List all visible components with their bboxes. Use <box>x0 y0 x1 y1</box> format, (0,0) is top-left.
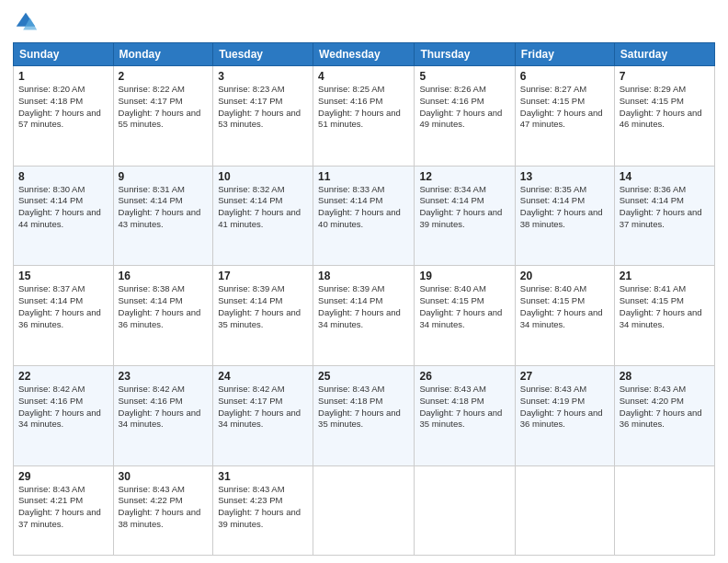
day-number: 30 <box>119 470 209 483</box>
weekday-header-saturday: Saturday <box>614 43 714 66</box>
day-number: 1 <box>18 70 108 83</box>
calendar-cell: 18Sunrise: 8:39 AMSunset: 4:14 PMDayligh… <box>313 266 415 366</box>
calendar-cell: 13Sunrise: 8:35 AMSunset: 4:14 PMDayligh… <box>515 166 614 266</box>
calendar-cell <box>614 465 714 555</box>
day-number: 19 <box>419 270 509 282</box>
calendar-page: SundayMondayTuesdayWednesdayThursdayFrid… <box>0 0 728 563</box>
calendar-cell: 19Sunrise: 8:40 AMSunset: 4:15 PMDayligh… <box>415 266 515 366</box>
day-detail: Sunrise: 8:29 AMSunset: 4:15 PMDaylight:… <box>620 84 710 131</box>
calendar-cell: 12Sunrise: 8:34 AMSunset: 4:14 PMDayligh… <box>415 166 515 266</box>
header <box>13 9 715 35</box>
day-number: 21 <box>620 270 710 282</box>
day-detail: Sunrise: 8:27 AMSunset: 4:15 PMDaylight:… <box>520 84 609 131</box>
weekday-header-friday: Friday <box>515 43 614 66</box>
calendar-cell: 16Sunrise: 8:38 AMSunset: 4:14 PMDayligh… <box>113 266 213 366</box>
weekday-header-sunday: Sunday <box>14 43 114 66</box>
logo-icon <box>13 9 39 35</box>
calendar-cell: 5Sunrise: 8:26 AMSunset: 4:16 PMDaylight… <box>415 66 515 167</box>
day-detail: Sunrise: 8:25 AMSunset: 4:16 PMDaylight:… <box>318 84 409 131</box>
day-number: 4 <box>318 70 409 83</box>
calendar-cell: 23Sunrise: 8:42 AMSunset: 4:16 PMDayligh… <box>113 365 213 465</box>
day-number: 31 <box>218 470 308 483</box>
day-detail: Sunrise: 8:36 AMSunset: 4:14 PMDaylight:… <box>620 184 710 231</box>
day-number: 22 <box>18 370 108 383</box>
calendar-cell: 28Sunrise: 8:43 AMSunset: 4:20 PMDayligh… <box>614 365 714 465</box>
day-number: 29 <box>18 470 108 483</box>
logo <box>13 9 42 35</box>
weekday-header-monday: Monday <box>113 43 213 66</box>
calendar-cell: 1Sunrise: 8:20 AMSunset: 4:18 PMDaylight… <box>14 66 114 167</box>
day-detail: Sunrise: 8:33 AMSunset: 4:14 PMDaylight:… <box>318 184 409 231</box>
day-detail: Sunrise: 8:40 AMSunset: 4:15 PMDaylight:… <box>520 283 609 330</box>
week-row-1: 1Sunrise: 8:20 AMSunset: 4:18 PMDaylight… <box>14 66 715 167</box>
calendar-cell: 6Sunrise: 8:27 AMSunset: 4:15 PMDaylight… <box>515 66 614 167</box>
day-detail: Sunrise: 8:30 AMSunset: 4:14 PMDaylight:… <box>18 184 108 231</box>
day-detail: Sunrise: 8:42 AMSunset: 4:16 PMDaylight:… <box>119 384 209 431</box>
calendar-cell: 7Sunrise: 8:29 AMSunset: 4:15 PMDaylight… <box>614 66 714 167</box>
week-row-2: 8Sunrise: 8:30 AMSunset: 4:14 PMDaylight… <box>14 166 715 266</box>
day-number: 11 <box>318 170 409 183</box>
day-detail: Sunrise: 8:37 AMSunset: 4:14 PMDaylight:… <box>18 283 108 330</box>
calendar-cell: 9Sunrise: 8:31 AMSunset: 4:14 PMDaylight… <box>113 166 213 266</box>
calendar-cell <box>313 465 415 555</box>
day-detail: Sunrise: 8:42 AMSunset: 4:17 PMDaylight:… <box>218 384 308 431</box>
calendar-cell: 29Sunrise: 8:43 AMSunset: 4:21 PMDayligh… <box>14 465 114 555</box>
calendar-cell <box>515 465 614 555</box>
day-detail: Sunrise: 8:20 AMSunset: 4:18 PMDaylight:… <box>18 84 108 131</box>
day-detail: Sunrise: 8:40 AMSunset: 4:15 PMDaylight:… <box>419 283 509 330</box>
calendar-cell: 10Sunrise: 8:32 AMSunset: 4:14 PMDayligh… <box>213 166 313 266</box>
calendar-cell: 15Sunrise: 8:37 AMSunset: 4:14 PMDayligh… <box>14 266 114 366</box>
calendar-body: 1Sunrise: 8:20 AMSunset: 4:18 PMDaylight… <box>14 66 715 556</box>
calendar-cell: 4Sunrise: 8:25 AMSunset: 4:16 PMDaylight… <box>313 66 415 167</box>
day-detail: Sunrise: 8:38 AMSunset: 4:14 PMDaylight:… <box>119 283 209 330</box>
day-number: 3 <box>218 70 308 83</box>
day-detail: Sunrise: 8:39 AMSunset: 4:14 PMDaylight:… <box>318 283 409 330</box>
day-detail: Sunrise: 8:43 AMSunset: 4:21 PMDaylight:… <box>18 484 108 531</box>
day-number: 28 <box>620 370 710 383</box>
day-number: 17 <box>218 270 308 282</box>
weekday-header-row: SundayMondayTuesdayWednesdayThursdayFrid… <box>14 43 715 66</box>
calendar-cell: 20Sunrise: 8:40 AMSunset: 4:15 PMDayligh… <box>515 266 614 366</box>
calendar-cell: 11Sunrise: 8:33 AMSunset: 4:14 PMDayligh… <box>313 166 415 266</box>
calendar-cell: 14Sunrise: 8:36 AMSunset: 4:14 PMDayligh… <box>614 166 714 266</box>
day-detail: Sunrise: 8:42 AMSunset: 4:16 PMDaylight:… <box>18 384 108 431</box>
day-number: 24 <box>218 370 308 383</box>
day-detail: Sunrise: 8:43 AMSunset: 4:23 PMDaylight:… <box>218 484 308 531</box>
calendar-cell: 8Sunrise: 8:30 AMSunset: 4:14 PMDaylight… <box>14 166 114 266</box>
calendar-cell: 27Sunrise: 8:43 AMSunset: 4:19 PMDayligh… <box>515 365 614 465</box>
day-detail: Sunrise: 8:43 AMSunset: 4:18 PMDaylight:… <box>318 384 409 431</box>
week-row-3: 15Sunrise: 8:37 AMSunset: 4:14 PMDayligh… <box>14 266 715 366</box>
calendar-cell: 3Sunrise: 8:23 AMSunset: 4:17 PMDaylight… <box>213 66 313 167</box>
weekday-header-wednesday: Wednesday <box>313 43 415 66</box>
day-number: 16 <box>119 270 209 282</box>
day-detail: Sunrise: 8:35 AMSunset: 4:14 PMDaylight:… <box>520 184 609 231</box>
calendar-cell: 25Sunrise: 8:43 AMSunset: 4:18 PMDayligh… <box>313 365 415 465</box>
day-detail: Sunrise: 8:43 AMSunset: 4:22 PMDaylight:… <box>119 484 209 531</box>
day-number: 7 <box>620 70 710 83</box>
day-number: 25 <box>318 370 409 383</box>
day-number: 23 <box>119 370 209 383</box>
calendar-cell: 2Sunrise: 8:22 AMSunset: 4:17 PMDaylight… <box>113 66 213 167</box>
day-detail: Sunrise: 8:31 AMSunset: 4:14 PMDaylight:… <box>119 184 209 231</box>
weekday-header-thursday: Thursday <box>415 43 515 66</box>
day-number: 26 <box>419 370 509 383</box>
day-detail: Sunrise: 8:43 AMSunset: 4:19 PMDaylight:… <box>520 384 609 431</box>
day-number: 5 <box>419 70 509 83</box>
day-number: 13 <box>520 170 609 183</box>
day-detail: Sunrise: 8:43 AMSunset: 4:20 PMDaylight:… <box>620 384 710 431</box>
calendar-cell: 26Sunrise: 8:43 AMSunset: 4:18 PMDayligh… <box>415 365 515 465</box>
calendar-cell: 31Sunrise: 8:43 AMSunset: 4:23 PMDayligh… <box>213 465 313 555</box>
day-number: 27 <box>520 370 609 383</box>
calendar-cell: 24Sunrise: 8:42 AMSunset: 4:17 PMDayligh… <box>213 365 313 465</box>
week-row-4: 22Sunrise: 8:42 AMSunset: 4:16 PMDayligh… <box>14 365 715 465</box>
day-number: 9 <box>119 170 209 183</box>
day-detail: Sunrise: 8:43 AMSunset: 4:18 PMDaylight:… <box>419 384 509 431</box>
day-number: 2 <box>119 70 209 83</box>
day-detail: Sunrise: 8:39 AMSunset: 4:14 PMDaylight:… <box>218 283 308 330</box>
day-detail: Sunrise: 8:32 AMSunset: 4:14 PMDaylight:… <box>218 184 308 231</box>
calendar-table: SundayMondayTuesdayWednesdayThursdayFrid… <box>13 42 715 556</box>
weekday-header-tuesday: Tuesday <box>213 43 313 66</box>
calendar-cell: 22Sunrise: 8:42 AMSunset: 4:16 PMDayligh… <box>14 365 114 465</box>
day-detail: Sunrise: 8:22 AMSunset: 4:17 PMDaylight:… <box>119 84 209 131</box>
day-number: 20 <box>520 270 609 282</box>
